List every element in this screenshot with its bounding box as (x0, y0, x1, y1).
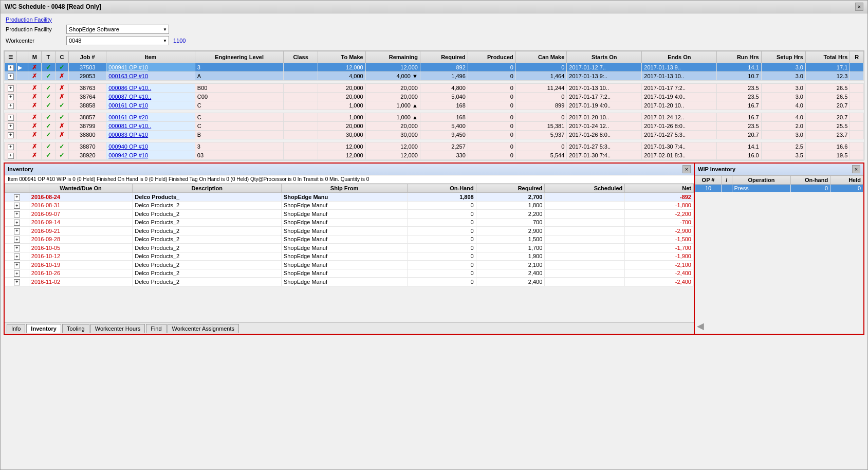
row-item[interactable]: 000161 OP #10 (106, 101, 195, 110)
inv-on-hand: 0 (408, 201, 476, 210)
wip-left-arrow[interactable]: ◀ (695, 318, 706, 334)
row-required: 5,400 (420, 122, 468, 131)
main-table-scroll[interactable]: ≡ M T C Job # Item Engineering Level Cla… (4, 50, 864, 160)
list-item[interactable]: + 2016-10-26 Delco Products_2 ShopEdge M… (5, 269, 694, 278)
row-expand-btn[interactable]: + (5, 122, 17, 131)
row-m: ✗ (28, 131, 42, 139)
list-item[interactable]: + 2016-10-05 Delco Products_2 ShopEdge M… (5, 244, 694, 252)
row-nav (17, 151, 28, 160)
list-item[interactable]: + 2016-08-31 Delco Products_2 ShopEdge M… (5, 201, 694, 210)
list-item[interactable]: 10 Press 0 0 (695, 185, 863, 192)
list-item[interactable]: + 2016-09-14 Delco Products_2 ShopEdge M… (5, 218, 694, 227)
row-setuphrs: 3.0 (761, 63, 805, 72)
row-expand-btn[interactable]: + (5, 131, 17, 139)
inv-net: -1,500 (625, 235, 694, 244)
table-row[interactable]: + ✗ ✓ ✗ 38763 000086 OP #10.. B00 20,000… (5, 84, 864, 93)
row-class (284, 122, 318, 131)
wip-wrapper: WIP Inventory × OP # / Operation On-hand… (695, 162, 864, 335)
table-row[interactable]: + ✗ ✓ ✗ 29053 000163 OP #10 A 4,000 4,00… (5, 72, 864, 81)
workcenter-select[interactable]: 0048 (66, 36, 169, 45)
main-schedule-table: ≡ M T C Job # Item Engineering Level Cla… (4, 51, 864, 160)
table-row[interactable]: + ✗ ✓ ✓ 38857 000161 OP #20 C 1,000 1,00… (5, 113, 864, 122)
inv-expand[interactable]: + (5, 193, 29, 202)
row-item[interactable]: 000941 OP #10 (106, 63, 195, 72)
row-class (284, 84, 318, 93)
production-facility-select[interactable]: ShopEdge Software (66, 25, 169, 34)
row-item[interactable]: 000087 OP #10.. (106, 93, 195, 101)
row-expand-btn[interactable]: + (5, 63, 17, 72)
row-item[interactable]: 000940 OP #10 (106, 142, 195, 151)
inventory-info: Item 000941 OP #10 WIP is 0 (0 Held) Fin… (5, 175, 694, 184)
row-item[interactable]: 000161 OP #20 (106, 113, 195, 122)
row-endson: 2017-01-13 9.. (642, 63, 717, 72)
table-row[interactable]: + ✗ ✓ ✓ 38870 000940 OP #10 3 12,000 12,… (5, 142, 864, 151)
inv-net: -892 (625, 193, 694, 202)
list-item[interactable]: + 2016-09-28 Delco Products_2 ShopEdge M… (5, 235, 694, 244)
list-item[interactable]: + 2016-11-02 Delco Products_2 ShopEdge M… (5, 278, 694, 286)
row-expand-btn[interactable]: + (5, 142, 17, 151)
inv-ship-from: ShopEdge Manuf (281, 235, 407, 244)
row-eng: B00 (195, 84, 284, 93)
row-expand-btn[interactable]: + (5, 101, 17, 110)
inv-expand[interactable]: + (5, 235, 29, 244)
list-item[interactable]: + 2016-09-21 Delco Products_2 ShopEdge M… (5, 227, 694, 236)
inv-expand[interactable]: + (5, 269, 29, 278)
list-item[interactable]: + 2016-08-24 Delco Products_ ShopEdge Ma… (5, 193, 694, 202)
inv-ship-from: ShopEdge Manuf (281, 269, 407, 278)
inventory-header: Inventory × (5, 164, 694, 175)
wip-close-button[interactable]: × (852, 165, 860, 173)
table-row[interactable]: + ✗ ✓ ✗ 38799 000081 OP #10.. C 20,000 2… (5, 122, 864, 131)
row-item[interactable]: 000942 OP #10 (106, 151, 195, 160)
row-item[interactable]: 000083 OP #10 (106, 131, 195, 139)
row-expand-btn[interactable]: + (5, 93, 17, 101)
inv-expand[interactable]: + (5, 278, 29, 286)
row-expand-btn[interactable]: + (5, 113, 17, 122)
row-item[interactable]: 000163 OP #10 (106, 72, 195, 81)
production-facility-select-wrapper[interactable]: ShopEdge Software (66, 25, 169, 34)
row-produced: 0 (468, 151, 515, 160)
inv-required: 2,900 (476, 227, 545, 236)
tab-wc-hours[interactable]: Workcenter Hours (90, 324, 145, 333)
table-row[interactable]: + ✗ ✓ ✗ 38764 000087 OP #10.. C00 20,000… (5, 93, 864, 101)
tab-info[interactable]: Info (7, 324, 25, 333)
inv-expand[interactable]: + (5, 218, 29, 227)
inv-expand[interactable]: + (5, 210, 29, 219)
tab-inventory[interactable]: Inventory (26, 324, 61, 333)
row-item[interactable]: 000086 OP #10.. (106, 84, 195, 93)
row-expand-btn[interactable]: + (5, 72, 17, 81)
inventory-table-scroll[interactable]: Wanted/Due On Description Ship From On-H… (5, 184, 694, 322)
inv-expand[interactable]: + (5, 252, 29, 261)
list-item[interactable]: + 2016-10-19 Delco Products_2 ShopEdge M… (5, 261, 694, 269)
row-m: ✗ (28, 113, 42, 122)
inventory-title: Inventory (8, 166, 33, 172)
list-item[interactable]: + 2016-09-07 Delco Products_2 ShopEdge M… (5, 210, 694, 219)
tab-tooling[interactable]: Tooling (62, 324, 89, 333)
row-item[interactable]: 000081 OP #10.. (106, 122, 195, 131)
table-row[interactable]: + ✗ ✓ ✗ 38800 000083 OP #10 B 30,000 30,… (5, 131, 864, 139)
inv-expand[interactable]: + (5, 201, 29, 210)
inventory-close-button[interactable]: × (682, 165, 691, 173)
row-endson: 2017-01-24 12.. (642, 113, 717, 122)
inv-expand[interactable]: + (5, 261, 29, 269)
tab-wc-assignments[interactable]: Workcenter Assignments (168, 324, 239, 333)
close-button[interactable]: × (855, 3, 863, 11)
inv-expand[interactable]: + (5, 227, 29, 236)
tab-find[interactable]: Find (146, 324, 166, 333)
wip-title: WIP Inventory (698, 166, 735, 172)
table-row[interactable]: + ▶ ✗ ✓ ✓ 37503 000941 OP #10 3 12,000 1… (5, 63, 864, 72)
production-facility-link[interactable]: Production Facility (6, 16, 862, 23)
row-expand-btn[interactable]: + (5, 151, 17, 160)
inv-expand[interactable]: + (5, 244, 29, 252)
table-row[interactable]: + ✗ ✓ ✓ 38858 000161 OP #10 C 1,000 1,00… (5, 101, 864, 110)
table-row[interactable]: + ✗ ✓ ✓ 38920 000942 OP #10 03 12,000 12… (5, 151, 864, 160)
list-item[interactable]: + 2016-10-12 Delco Products_2 ShopEdge M… (5, 252, 694, 261)
row-r (850, 84, 864, 93)
row-expand-btn[interactable]: + (5, 84, 17, 93)
inv-net: -2,400 (625, 269, 694, 278)
row-endson: 2017-01-27 5:3.. (642, 131, 717, 139)
row-runhrs: 23.5 (717, 84, 761, 93)
row-c: ✓ (55, 151, 69, 160)
row-c: ✗ (55, 84, 69, 93)
workcenter-select-wrapper[interactable]: 0048 (66, 36, 169, 45)
row-eng: C00 (195, 93, 284, 101)
